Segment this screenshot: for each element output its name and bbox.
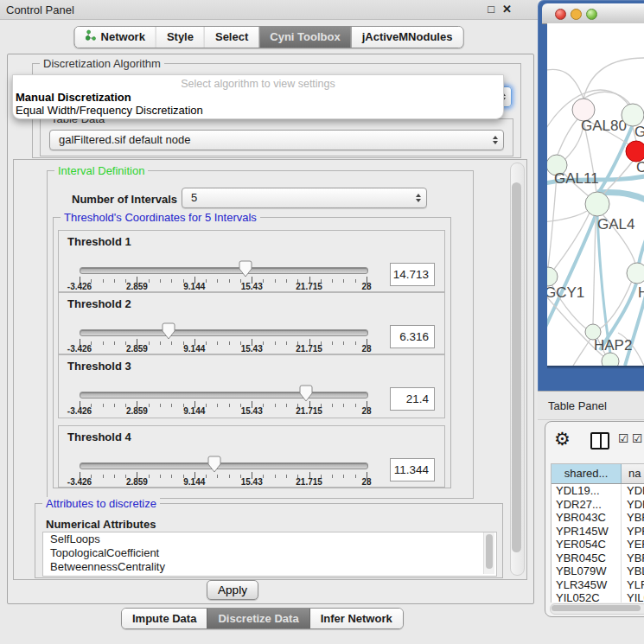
threshold-slider-track[interactable]: [80, 462, 368, 469]
cell-name[interactable]: YBR0: [622, 511, 644, 525]
cell-shared-name[interactable]: YBR043C: [552, 511, 622, 525]
scrollbar-thumb[interactable]: [552, 605, 641, 611]
tab-label: Discretize Data: [218, 609, 298, 628]
cell-shared-name[interactable]: YIL052C: [552, 591, 622, 603]
numerical-attributes-label: Numerical Attributes: [46, 518, 156, 531]
cell-name[interactable]: YDR2: [622, 498, 644, 512]
cell-shared-name[interactable]: YDR27...: [552, 498, 622, 512]
network-node[interactable]: [627, 263, 644, 284]
table-panel: ⚙ ☑ ☑ shared... na YDL19...YDL1YDR27...Y…: [545, 421, 644, 617]
table-row[interactable]: YBR045CYBR0: [552, 552, 644, 565]
group-title: Discretization Algorithm: [40, 57, 164, 70]
cell-shared-name[interactable]: YPR145W: [552, 525, 622, 539]
threshold-slider-track[interactable]: [80, 392, 368, 399]
dropdown-option-manual-discretization[interactable]: Manual Discretization: [13, 91, 503, 104]
settings-vertical-scrollbar[interactable]: [510, 163, 525, 576]
cell-name[interactable]: YBR0: [622, 552, 644, 565]
table-data-select[interactable]: galFiltered.sif default node: [49, 130, 504, 150]
cell-name[interactable]: YLR3: [622, 578, 644, 592]
threshold-value-field[interactable]: 11.344: [390, 458, 435, 481]
tab-select[interactable]: Select: [204, 27, 258, 48]
cell-name[interactable]: YER0: [622, 538, 644, 552]
combo-arrows-icon: [416, 194, 421, 202]
network-node[interactable]: [547, 267, 558, 286]
columns-icon[interactable]: [590, 432, 609, 450]
network-window-titlebar[interactable]: [542, 3, 644, 24]
tab-infer-network[interactable]: Infer Network: [309, 609, 403, 628]
table-row[interactable]: YLR345WYLR3: [552, 578, 644, 592]
dropdown-option-equal-width[interactable]: Equal Width/Frequency Discretization: [13, 104, 503, 117]
tab-style[interactable]: Style: [156, 27, 204, 48]
tab-label: Infer Network: [321, 609, 392, 628]
tab-network[interactable]: Network: [75, 27, 156, 48]
cell-shared-name[interactable]: YBL079W: [552, 564, 622, 578]
cell-shared-name[interactable]: YDL19...: [552, 484, 622, 498]
tab-cyni-toolbox[interactable]: Cyni Toolbox: [258, 27, 350, 48]
table-row[interactable]: YIL052CYIL0: [552, 591, 644, 603]
minimize-traffic-light-icon[interactable]: [571, 9, 582, 20]
cell-shared-name[interactable]: YBR045C: [552, 552, 622, 565]
table-toolbar: ⚙ ☑ ☑: [545, 422, 644, 460]
table-row[interactable]: YDR27...YDR2: [552, 498, 644, 512]
attribute-list-item[interactable]: BetweennessCentrality: [43, 560, 496, 574]
network-node[interactable]: [602, 353, 619, 366]
attributes-to-discretize-group: Attributes to discretize Numerical Attri…: [35, 503, 503, 578]
checked-checkbox-icon[interactable]: ☑: [618, 431, 629, 445]
table-row[interactable]: YBL079WYBL0: [552, 564, 644, 578]
tab-impute-data[interactable]: Impute Data: [122, 609, 207, 628]
cell-shared-name[interactable]: YER054C: [552, 538, 622, 552]
table-horizontal-scrollbar[interactable]: [550, 603, 644, 615]
table-row[interactable]: YDL19...YDL1: [552, 484, 644, 498]
network-edge[interactable]: [547, 69, 583, 99]
numerical-attributes-list[interactable]: SelfLoopsTopologicalCoefficientBetweenne…: [42, 532, 497, 577]
number-of-intervals-select[interactable]: 5: [182, 188, 427, 208]
threshold-value-field[interactable]: 21.4: [390, 387, 435, 411]
table-row[interactable]: YBR043CYBR0: [552, 511, 644, 525]
attribute-list-scrollbar[interactable]: [483, 532, 494, 574]
network-node-label: GAL80: [581, 118, 627, 134]
network-node-label: C: [636, 159, 644, 175]
cell-shared-name[interactable]: YLR345W: [552, 578, 622, 592]
threshold-value-field[interactable]: 6.316: [390, 325, 435, 348]
attribute-list-item[interactable]: TopologicalCoefficient: [43, 546, 496, 560]
threshold-slider-thumb[interactable]: [207, 456, 221, 473]
column-header-name[interactable]: na: [622, 464, 644, 483]
network-edge[interactable]: [573, 339, 590, 366]
gear-icon[interactable]: ⚙: [554, 429, 571, 450]
scrollbar-thumb[interactable]: [512, 182, 521, 552]
threshold-1-box: Threshold 1 -3.4262.8599.14415.4321.7152…: [58, 230, 445, 292]
tab-discretize-data[interactable]: Discretize Data: [207, 609, 309, 628]
network-node[interactable]: [585, 192, 609, 216]
threshold-slider-thumb[interactable]: [162, 322, 175, 340]
table-panel-title: Table Panel: [538, 399, 607, 412]
cell-name[interactable]: YIL0: [622, 591, 644, 603]
close-icon[interactable]: ✕: [502, 0, 512, 19]
threshold-slider-track[interactable]: [80, 329, 368, 336]
cyni-mode-tabs: Impute Data Discretize Data Infer Networ…: [121, 608, 404, 629]
cell-name[interactable]: YBL0: [622, 564, 644, 578]
table-row[interactable]: YER054CYER0: [552, 538, 644, 552]
threshold-slider-thumb[interactable]: [299, 385, 313, 402]
cell-name[interactable]: YPR1: [622, 525, 644, 539]
apply-button[interactable]: Apply: [207, 580, 258, 600]
threshold-value-field[interactable]: 14.713: [390, 263, 435, 286]
threshold-slider-track[interactable]: [80, 267, 368, 274]
network-edge[interactable]: [558, 118, 579, 155]
tab-jactivemnodules[interactable]: jActiveMNodules: [351, 27, 463, 48]
network-node-label: GCY1: [547, 284, 584, 301]
close-traffic-light-icon[interactable]: [555, 9, 566, 20]
algorithm-dropdown-popup: Select algorithm to view settings Manual…: [12, 74, 504, 119]
attribute-list-item[interactable]: SelfLoops: [43, 532, 496, 546]
column-header-shared-name[interactable]: shared...: [552, 464, 622, 483]
network-edge[interactable]: [593, 216, 596, 324]
threshold-slider-thumb[interactable]: [239, 260, 252, 277]
control-panel-titlebar: Control Panel □ ✕: [0, 0, 538, 20]
zoom-traffic-light-icon[interactable]: [586, 9, 597, 20]
cell-name[interactable]: YDL1: [622, 484, 644, 498]
tab-label: Select: [215, 27, 248, 48]
threshold-label: Threshold 1: [67, 235, 131, 248]
table-row[interactable]: YPR145WYPR1: [552, 525, 644, 539]
network-view[interactable]: GAL80GACGAL11GAL4GCY1HHAP2: [547, 23, 644, 366]
checked-checkbox-icon[interactable]: ☑: [632, 431, 643, 445]
float-window-icon[interactable]: □: [488, 0, 494, 19]
